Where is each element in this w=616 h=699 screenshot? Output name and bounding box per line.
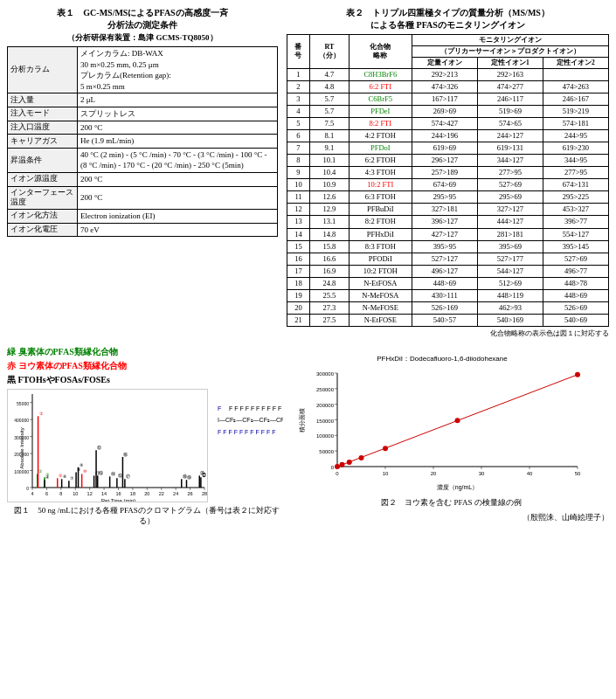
svg-text:24: 24: [173, 491, 178, 496]
svg-text:F F F F F F F F F F F: F F F F F F F F F F F: [218, 429, 275, 435]
svg-text:⑨: ⑨: [80, 462, 84, 467]
svg-text:12: 12: [87, 491, 93, 496]
svg-text:㉑: ㉑: [202, 472, 206, 477]
table1-row-label: キャリアガス: [8, 135, 78, 149]
svg-point-118: [347, 460, 352, 465]
table1-row-label: 注入モード: [8, 107, 78, 121]
svg-text:50000: 50000: [319, 449, 334, 454]
svg-text:⑱: ⑱: [183, 474, 187, 479]
table2-row: 1112.66:3 FTOH295>95295>69295>225: [287, 191, 609, 204]
table2-note: 化合物略称の表示色は図１に対応する: [287, 329, 609, 338]
table1-row-value: 2 μL: [78, 93, 278, 107]
svg-text:14: 14: [101, 491, 107, 496]
svg-text:⑦: ⑦: [70, 475, 74, 481]
svg-text:⑯: ⑯: [123, 452, 128, 457]
table1-row-value: 40 °C (2 min) - (5 °C /min) - 70 °C - (3…: [78, 148, 278, 172]
figure1-container: 緑 臭素体のPFAS類縁化合物赤 ヨウ素体のPFAS類縁化合物黒 FTOHsやF…: [7, 345, 287, 527]
legend-item: 赤 ヨウ素体のPFAS類縁化合物: [7, 359, 287, 373]
svg-text:積分面積: 積分面積: [299, 407, 305, 432]
figure2-caption: 図２ ヨウ素を含む PFAS の検量線の例: [294, 497, 609, 509]
table2-header-ion-3: 定性イオン2: [543, 58, 608, 69]
table2-row: 2127.5N-EtFOSE540>57540>169540>69: [287, 314, 609, 326]
table2-row: 14.7C8H3BrF6292>213292>163: [287, 68, 609, 80]
svg-point-121: [455, 418, 460, 423]
svg-point-122: [575, 372, 580, 377]
svg-text:⑲: ⑲: [187, 474, 191, 480]
svg-text:⑫: ⑫: [97, 445, 101, 450]
molecule-structure: F F F F F F F F F F F F I—CF₂—CF₂—CF₂—CF…: [213, 389, 283, 452]
table2-header-compound: 化合物略称: [349, 35, 412, 69]
table2-row: 1212.9PFBuDiI327>181327>127453>327: [287, 204, 609, 216]
table2-header-monitoring-sub: （プリカーサーイオン＞プロダクトイオン）: [412, 46, 608, 58]
table2-header-ion-1: 定量イオン: [412, 58, 477, 69]
svg-text:濃度（ng/mL）: 濃度（ng/mL）: [437, 484, 478, 491]
table1-row-label: イオン化電圧: [8, 223, 78, 237]
figure2-container: PFHxDiI：Dodecafluoro-1,6-diiodohexane積分面…: [294, 345, 609, 527]
table2-header-monitoring: モニタリングイオン: [412, 35, 608, 46]
svg-text:22: 22: [159, 491, 164, 496]
chromatogram-svg: 0100000200000300000400000550004681012141…: [7, 389, 208, 502]
table1-row-label: 注入口温度: [8, 121, 78, 135]
table1-row-value: 200 °C: [78, 121, 278, 135]
table2-row: 810.16:2 FTOH296>127344>127344>95: [287, 155, 609, 167]
figure1-caption: 図１ 50 ng /mLにおける各種 PFASのクロマトグラム（番号は表２に対応…: [7, 505, 287, 527]
svg-text:250000: 250000: [316, 387, 335, 392]
molecule-svg: F F F F F F F F F F F F I—CF₂—CF₂—CF₂—CF…: [213, 398, 283, 450]
svg-text:30: 30: [479, 471, 485, 476]
table1-container: 表１ GC-MS/MSによるPFASの高感度一斉 分析法の測定条件 （分析研保有…: [7, 7, 278, 338]
table2-container: 表２ トリプル四重極タイプの質量分析（MS/MS） による各種 PFASのモニタ…: [287, 7, 609, 338]
svg-text:⑥: ⑥: [63, 474, 67, 479]
table2-title: 表２ トリプル四重極タイプの質量分析（MS/MS） による各種 PFASのモニタ…: [287, 7, 609, 31]
table2-row: 910.44:3 FTOH257>189277>95277>95: [287, 167, 609, 179]
table1-row-value: 200 °C: [78, 172, 278, 186]
svg-text:20: 20: [144, 491, 149, 496]
table2-row: 1824.8N-EtFOSA448>69512>69448>78: [287, 277, 609, 289]
svg-text:F: F: [218, 405, 221, 412]
svg-point-119: [359, 455, 364, 460]
svg-text:0: 0: [336, 471, 339, 476]
svg-text:PFHxDiI：Dodecafluoro-1,6-diiod: PFHxDiI：Dodecafluoro-1,6-diiodohexane: [377, 355, 508, 363]
table2-row: 1313.18:2 FTOH396>127444>127396>77: [287, 216, 609, 228]
table2-header-ion-2: 定性イオン1: [477, 58, 543, 69]
table1-row-label: イオン源温度: [8, 172, 78, 186]
svg-text:0: 0: [26, 486, 29, 491]
table1-row-value: Electron ionization (EI): [78, 209, 278, 223]
svg-text:100000: 100000: [316, 433, 335, 439]
table2-row: 1515.88:3 FTOH395>95395>69395>145: [287, 240, 609, 253]
svg-text:26: 26: [188, 491, 193, 496]
svg-text:④: ④: [45, 474, 50, 480]
svg-text:6: 6: [45, 491, 48, 496]
legend-item: 黒 FTOHsやFOSAs/FOSEs: [7, 373, 287, 387]
svg-text:40: 40: [527, 471, 533, 476]
svg-text:⑩: ⑩: [83, 468, 87, 474]
table2-row: 1010.910:2 FTI674>69527>69674>131: [287, 179, 609, 191]
svg-text:16: 16: [115, 491, 121, 496]
table2-row: 1925.5N-MeFOSA430>111448>119448>69: [287, 289, 609, 301]
table1-title: 表１ GC-MS/MSによるPFASの高感度一斉 分析法の測定条件 （分析研保有…: [7, 7, 278, 44]
table1-row-label: 昇温条件: [8, 148, 78, 172]
table2-row: 24.86:2 FTI474>326474>277474>263: [287, 80, 609, 93]
table1-row-label: インターフェース温度: [8, 186, 78, 209]
svg-text:400000: 400000: [14, 418, 29, 423]
svg-text:F F F F F F F F F F F: F F F F F F F F F F F: [229, 405, 283, 412]
svg-text:Ret.Time (min): Ret.Time (min): [101, 498, 135, 502]
calibration-chart-svg: PFHxDiI：Dodecafluoro-1,6-diiodohexane積分面…: [294, 349, 591, 493]
svg-text:①: ①: [38, 468, 43, 474]
table2-row: 79.1PFDoI619>69619>131619>230: [287, 142, 609, 155]
table1: 分析カラムメインカラム: DB-WAX30 m×0.25 mm, 0.25 μm…: [7, 46, 278, 237]
svg-text:⑭: ⑭: [111, 471, 115, 476]
footer-credit: （殷熙洙、山崎絵理子）: [294, 512, 609, 523]
table2-header-num: 番号: [287, 35, 310, 69]
svg-text:20: 20: [431, 471, 437, 476]
table1-row-value: スプリットレス: [78, 107, 278, 121]
figure1-legend: 緑 臭素体のPFAS類縁化合物赤 ヨウ素体のPFAS類縁化合物黒 FTOHsやF…: [7, 345, 287, 387]
svg-text:Absolute Intensity: Absolute Intensity: [19, 427, 24, 468]
svg-text:10: 10: [73, 491, 78, 496]
svg-text:50: 50: [575, 471, 581, 476]
table2-row: 68.14:2 FTOH244>196244>127244>95: [287, 130, 609, 142]
legend-item: 緑 臭素体のPFAS類縁化合物: [7, 345, 287, 359]
svg-text:0: 0: [331, 465, 335, 470]
svg-text:200000: 200000: [316, 403, 335, 408]
svg-text:②: ②: [39, 411, 44, 416]
table1-row-label: 分析カラム: [8, 47, 78, 93]
